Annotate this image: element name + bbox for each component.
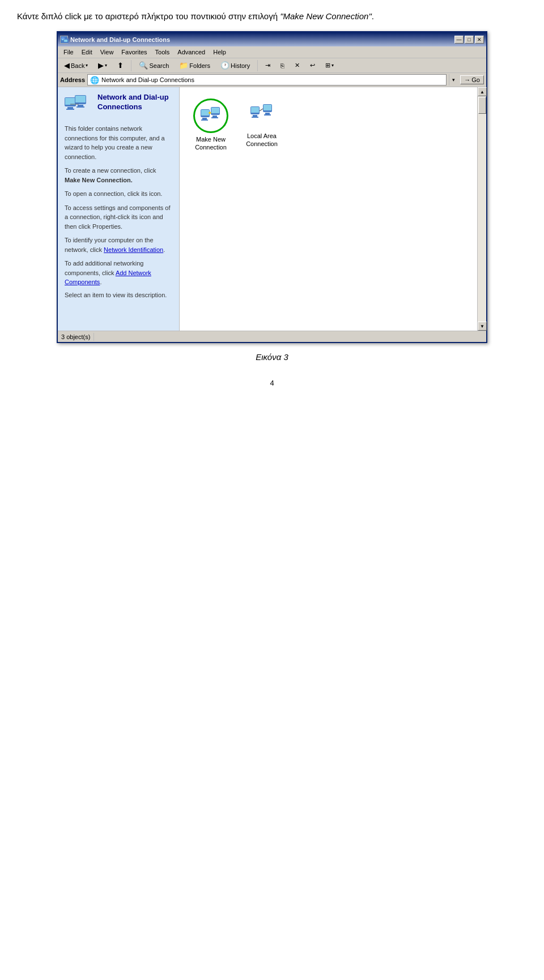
views-button[interactable]: ⊞ ▾ xyxy=(321,60,338,71)
svg-rect-2 xyxy=(62,39,63,40)
panel-para-1: This folder contains network connections… xyxy=(65,124,172,161)
windows-explorer-window: Network and Dial-up Connections — □ ✕ Fi… xyxy=(57,31,487,343)
local-area-connection-svg xyxy=(250,103,273,123)
address-dropdown-button[interactable]: ▾ xyxy=(449,74,458,85)
maximize-button[interactable]: □ xyxy=(465,36,474,44)
intro-text-before: Κάντε διπλό click με το αριστερό πλήκτρο… xyxy=(17,11,280,21)
scroll-up-arrow[interactable]: ▲ xyxy=(478,87,487,96)
make-new-connection-icon[interactable]: ✦ Make NewConnection xyxy=(191,99,231,152)
window-controls[interactable]: — □ ✕ xyxy=(454,36,484,44)
page-number: 4 xyxy=(17,379,527,387)
search-icon: 🔍 xyxy=(139,61,148,70)
svg-rect-3 xyxy=(64,40,67,42)
go-button[interactable]: → Go xyxy=(460,75,484,84)
intro-text-after: . xyxy=(372,11,374,21)
scroll-thumb[interactable] xyxy=(478,97,486,114)
statusbar: 3 object(s) xyxy=(58,331,486,342)
folder-big-icon xyxy=(65,93,93,118)
statusbar-text: 3 object(s) xyxy=(61,333,90,340)
scroll-track xyxy=(478,96,486,322)
panel-para-4: To access settings and components of a c… xyxy=(65,203,172,232)
address-input-area[interactable]: 🌐 Network and Dial-up Connections xyxy=(87,74,447,85)
svg-rect-18 xyxy=(211,108,219,113)
copy-button[interactable]: ⎘ xyxy=(277,61,288,71)
menu-view[interactable]: View xyxy=(97,48,117,57)
svg-rect-16 xyxy=(201,119,208,121)
svg-rect-5 xyxy=(65,98,75,105)
local-area-connection-icon[interactable]: Local AreaConnection xyxy=(242,99,282,152)
make-new-connection-highlight-circle: ✦ xyxy=(193,99,228,133)
svg-line-30 xyxy=(260,109,263,111)
window-title-text: Network and Dial-up Connections xyxy=(70,36,170,43)
address-label: Address xyxy=(60,76,85,83)
views-dropdown-icon: ▾ xyxy=(332,63,334,68)
make-new-connection-label: Make NewConnection xyxy=(195,135,227,152)
svg-rect-23 xyxy=(251,107,259,113)
toolbar-separator-2 xyxy=(257,60,258,71)
minimize-button[interactable]: — xyxy=(454,36,464,44)
search-label: Search xyxy=(149,62,169,69)
figure-caption: Εικόνα 3 xyxy=(17,352,527,362)
copy-icon: ⎘ xyxy=(280,62,284,69)
address-value: Network and Dial-up Connections xyxy=(101,76,444,83)
svg-rect-9 xyxy=(75,96,86,102)
move-icon: ⇥ xyxy=(265,62,270,69)
back-label: Back xyxy=(71,62,84,69)
svg-rect-29 xyxy=(264,114,271,115)
undo-button[interactable]: ↩ xyxy=(306,60,319,71)
menu-favorites[interactable]: Favorites xyxy=(118,48,150,57)
titlebar-icon xyxy=(60,36,68,44)
search-button[interactable]: 🔍 Search xyxy=(135,59,173,71)
toolbar-separator-1 xyxy=(131,60,131,71)
up-button[interactable]: ⬆ xyxy=(113,59,128,71)
svg-rect-25 xyxy=(252,117,258,118)
statusbar-separator xyxy=(94,333,94,341)
back-button[interactable]: ◀ Back ▾ xyxy=(60,59,92,71)
up-icon: ⬆ xyxy=(117,61,124,70)
svg-rect-15 xyxy=(202,118,207,119)
menubar: File Edit View Favorites Tools Advanced … xyxy=(58,46,486,58)
history-label: History xyxy=(231,62,250,69)
history-icon: 🕐 xyxy=(220,61,230,70)
make-new-connection-link: Make New Connection. xyxy=(65,177,133,183)
svg-rect-7 xyxy=(66,109,74,110)
address-folder-icon: 🌐 xyxy=(90,76,99,84)
svg-rect-28 xyxy=(265,113,270,114)
window-title-area: Network and Dial-up Connections xyxy=(60,36,170,44)
titlebar: Network and Dial-up Connections — □ ✕ xyxy=(58,33,486,46)
delete-icon: ✕ xyxy=(295,62,300,69)
local-area-connection-icon-img xyxy=(246,99,278,130)
folder-title-text: Network and Dial-up Connections xyxy=(97,93,172,112)
intro-paragraph: Κάντε διπλό click με το αριστερό πλήκτρο… xyxy=(17,11,527,21)
move-button[interactable]: ⇥ xyxy=(261,60,274,71)
svg-text:✦: ✦ xyxy=(207,110,212,116)
panel-para-2: To create a new connection, click Make N… xyxy=(65,166,172,185)
forward-icon: ▶ xyxy=(98,61,104,70)
menu-help[interactable]: Help xyxy=(210,48,230,57)
svg-rect-20 xyxy=(211,117,218,118)
svg-rect-11 xyxy=(76,106,84,108)
folders-button[interactable]: 📁 Folders xyxy=(175,59,214,71)
history-button[interactable]: 🕐 History xyxy=(216,59,254,71)
delete-button[interactable]: ✕ xyxy=(291,60,304,71)
main-content: Network and Dial-up Connections This fol… xyxy=(58,87,486,331)
add-network-components-link[interactable]: Add Network Components xyxy=(65,269,151,286)
panel-para-3: To open a connection, click its icon. xyxy=(65,189,172,199)
menu-tools[interactable]: Tools xyxy=(152,48,173,57)
close-button[interactable]: ✕ xyxy=(475,36,484,44)
forward-button[interactable]: ▶ ▾ xyxy=(94,59,111,71)
go-label: Go xyxy=(471,76,480,83)
menu-edit[interactable]: Edit xyxy=(78,48,96,57)
folders-icon: 📁 xyxy=(179,61,188,70)
menu-file[interactable]: File xyxy=(60,48,77,57)
menu-advanced[interactable]: Advanced xyxy=(174,48,209,57)
toolbar: ◀ Back ▾ ▶ ▾ ⬆ 🔍 Search 📁 Folders 🕐 xyxy=(58,58,486,73)
svg-rect-24 xyxy=(253,115,257,117)
scrollbar[interactable]: ▲ ▼ xyxy=(477,87,486,331)
folder-title: Network and Dial-up Connections xyxy=(97,93,172,112)
addressbar: Address 🌐 Network and Dial-up Connection… xyxy=(58,73,486,87)
back-icon: ◀ xyxy=(64,61,70,70)
scroll-down-arrow[interactable]: ▼ xyxy=(478,322,487,331)
network-identification-link[interactable]: Network Identification xyxy=(104,246,163,253)
intro-quoted-text: "Make New Connection" xyxy=(280,11,372,21)
